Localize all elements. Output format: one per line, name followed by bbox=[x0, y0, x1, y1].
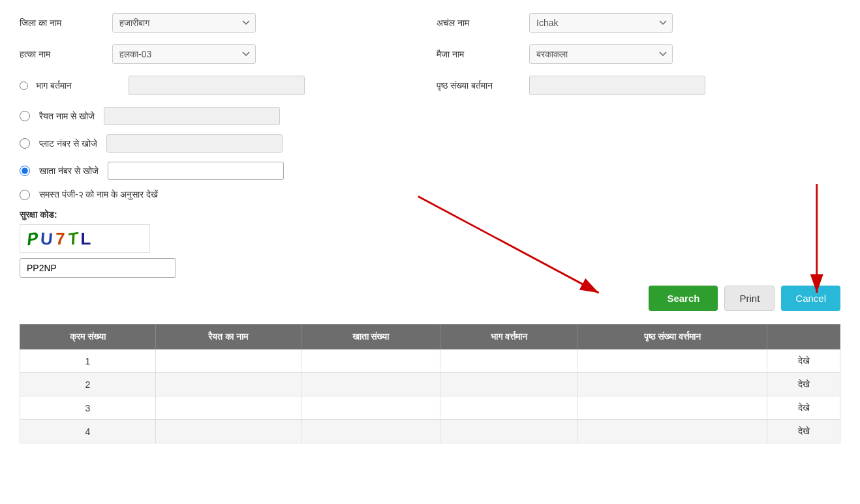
prisht-input[interactable] bbox=[529, 76, 705, 95]
plot-input[interactable] bbox=[106, 134, 283, 153]
cell-bhag bbox=[440, 373, 577, 396]
security-label: सुरक्षा कोड: bbox=[20, 209, 840, 220]
khata-radio[interactable] bbox=[20, 166, 30, 176]
table-row: 3 देखे bbox=[20, 396, 840, 420]
print-button[interactable]: Print bbox=[724, 286, 775, 311]
captcha-char-l: L bbox=[80, 229, 91, 249]
search-button[interactable]: Search bbox=[649, 286, 718, 311]
cell-dekhe[interactable]: देखे bbox=[767, 349, 840, 373]
bhag-radio[interactable] bbox=[20, 82, 28, 90]
cell-prisht bbox=[577, 420, 767, 443]
prisht-label: पृष्ठ संख्या बर्तमान bbox=[437, 80, 521, 91]
col-prisht: पृष्ठ संख्या वर्त्तमान bbox=[577, 325, 767, 349]
col-bhag: भाग वर्त्तमान bbox=[440, 325, 577, 349]
captcha-char-t: T bbox=[67, 228, 80, 250]
captcha-input[interactable] bbox=[20, 258, 176, 278]
jila-select[interactable]: हजारीबाग bbox=[112, 13, 256, 33]
cell-kram: 3 bbox=[20, 396, 156, 420]
cell-bhag bbox=[440, 420, 577, 443]
cell-dekhe[interactable]: देखे bbox=[767, 396, 840, 420]
raiyat-input[interactable] bbox=[104, 107, 280, 125]
mauja-select[interactable]: बरकाकला bbox=[529, 44, 673, 64]
cell-khata bbox=[301, 349, 440, 373]
cell-prisht bbox=[577, 396, 767, 420]
cell-kram: 1 bbox=[20, 349, 156, 373]
cell-bhag bbox=[440, 396, 577, 420]
jila-label: जिला का नाम bbox=[20, 18, 104, 29]
cell-raiyat bbox=[155, 373, 301, 396]
cell-dekhe[interactable]: देखे bbox=[767, 373, 840, 396]
cell-raiyat bbox=[155, 420, 301, 443]
table-row: 4 देखे bbox=[20, 420, 840, 443]
cell-raiyat bbox=[155, 396, 301, 420]
result-table: क्रम संख्या रैयत का नाम खाता संख्या भाग … bbox=[20, 324, 840, 443]
raiyat-radio[interactable] bbox=[20, 111, 30, 121]
captcha-image: P U 7 T L bbox=[20, 224, 150, 253]
cell-khata bbox=[301, 396, 440, 420]
captcha-char-p: P bbox=[26, 228, 39, 250]
halka-label: हत्का नाम bbox=[20, 49, 104, 60]
plot-radio[interactable] bbox=[20, 138, 30, 149]
samast-label: समस्त पंजी-२ को नाम के अनुसार देखें bbox=[39, 189, 158, 200]
plot-label: प्लाट नंबर से खोजे bbox=[39, 138, 97, 149]
khata-input[interactable] bbox=[108, 162, 284, 180]
anchal-select[interactable]: Ichak bbox=[529, 13, 673, 33]
col-action bbox=[767, 325, 840, 349]
captcha-char-7: 7 bbox=[55, 229, 65, 249]
samast-radio[interactable] bbox=[20, 190, 30, 200]
cell-dekhe[interactable]: देखे bbox=[767, 420, 840, 443]
cell-prisht bbox=[577, 349, 767, 373]
table-row: 2 देखे bbox=[20, 373, 840, 396]
captcha-char-u: U bbox=[40, 228, 54, 250]
cell-bhag bbox=[440, 349, 577, 373]
bhag-input[interactable] bbox=[129, 76, 305, 95]
cell-kram: 4 bbox=[20, 420, 156, 443]
halka-select[interactable]: हलका-03 bbox=[112, 44, 256, 64]
cell-khata bbox=[301, 420, 440, 443]
cell-kram: 2 bbox=[20, 373, 156, 396]
mauja-label: मैजा नाम bbox=[437, 49, 521, 60]
cell-khata bbox=[301, 373, 440, 396]
cancel-button[interactable]: Cancel bbox=[781, 286, 840, 311]
raiyat-label: रैयत नाम से खोजे bbox=[39, 111, 95, 122]
khata-label: खाता नंबर से खोजे bbox=[39, 166, 99, 177]
anchal-label: अचंल नाम bbox=[437, 18, 521, 29]
table-row: 1 देखे bbox=[20, 349, 840, 373]
col-raiyat: रैयत का नाम bbox=[155, 325, 301, 349]
cell-prisht bbox=[577, 373, 767, 396]
col-kram: क्रम संख्या bbox=[20, 325, 156, 349]
cell-raiyat bbox=[155, 349, 301, 373]
bhag-label: भाग बर्तमान bbox=[36, 80, 121, 91]
col-khata: खाता संख्या bbox=[301, 325, 440, 349]
